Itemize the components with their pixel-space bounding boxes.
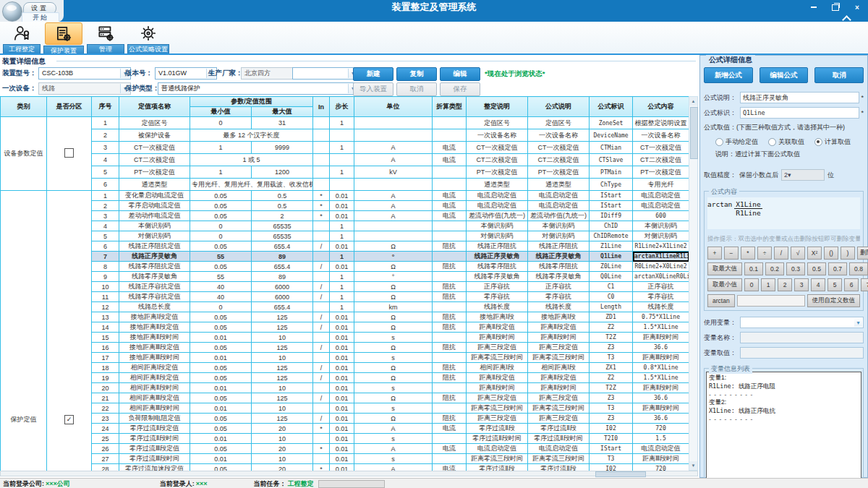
table-cell[interactable] (313, 179, 330, 191)
table-cell[interactable]: 5 (92, 231, 119, 241)
table-row[interactable]: 6线路正序阻抗定值0.05655.4/0.01Ω阻抗线路正序阻抗线路正序阻抗Z1… (1, 241, 689, 252)
table-cell[interactable]: 距离三段定值 (528, 414, 590, 424)
table-cell[interactable]: 零序过流Ⅲ段定值 (119, 444, 190, 454)
table-cell[interactable]: s (354, 383, 433, 393)
table-cell[interactable]: 0.01 (330, 403, 354, 414)
table-cell[interactable]: 14 (92, 322, 119, 333)
table-cell[interactable]: 阻抗 (433, 414, 467, 424)
table-cell[interactable]: 对侧识别码 (467, 231, 528, 241)
table-row[interactable]: 23负荷限制电阻定值0.05125/0.01Ω阻抗距离三段定值距离三段定值Z33… (1, 414, 689, 424)
table-cell[interactable]: 0 (190, 117, 252, 129)
table-cell[interactable]: 0.01 (330, 333, 354, 343)
table-cell[interactable]: Z1Line (590, 241, 633, 252)
table-cell[interactable]: 距离零流三段时间 (467, 454, 528, 464)
table-cell[interactable] (433, 454, 467, 464)
table-row[interactable]: 设备参数定值1定值区号0311定值区号定值区号ZoneSet根据整定说明设置 (1, 117, 689, 129)
table-cell[interactable]: 0.01 (330, 353, 354, 363)
table-cell[interactable]: 零序过流Ⅱ段 (467, 424, 528, 434)
table-cell[interactable] (433, 353, 467, 363)
table-cell[interactable]: 0.05 (190, 262, 252, 272)
table-cell[interactable]: 定值区号 (119, 117, 190, 129)
table-cell[interactable]: A (354, 424, 433, 434)
table-cell[interactable]: 1 (330, 221, 354, 231)
precision-combo[interactable]: 2▾ (781, 169, 825, 181)
table-cell[interactable] (313, 221, 330, 231)
table-cell[interactable]: 距离零流三段时间 (528, 403, 590, 414)
table-cell[interactable]: 电流启动定值 (633, 191, 689, 201)
table-cell[interactable]: 1 (330, 231, 354, 241)
table-cell[interactable]: 相间距离Ⅲ段时间 (119, 403, 190, 414)
table-cell[interactable]: 距离零流三段时间 (528, 454, 590, 464)
calc-button[interactable]: 0.1 (744, 262, 763, 275)
variable-name-input[interactable] (740, 332, 864, 343)
table-cell[interactable] (313, 434, 330, 444)
table-cell[interactable]: DeviceName (590, 129, 633, 142)
table-cell[interactable]: 0.01 (330, 322, 354, 333)
table-cell[interactable]: 线路长度 (528, 302, 590, 312)
table-cell[interactable]: PT一次额定值 (633, 166, 689, 179)
table-cell[interactable]: 相间距离Ⅰ段定值 (119, 363, 190, 373)
table-cell[interactable]: 差流动作值(九统一) (467, 211, 528, 221)
calc-button[interactable]: 4 (811, 278, 825, 291)
table-cell[interactable]: 0.01 (330, 373, 354, 383)
formula-desc-input[interactable]: 线路正序灵敏角 (740, 92, 859, 103)
table-cell[interactable]: 0.05 (190, 322, 252, 333)
calc-button[interactable]: 删除 (857, 247, 868, 260)
table-cell[interactable]: 阻抗 (433, 282, 467, 292)
table-cell[interactable]: 零序过流Ⅱ段时间 (467, 434, 528, 444)
scroll-up-icon[interactable]: ▲ (689, 97, 697, 106)
table-cell[interactable]: 电流 (433, 211, 467, 221)
table-row[interactable]: 17接地距离Ⅲ段时间0.01100.01s距离零流三段时间距离零流三段时间T3距… (1, 353, 689, 363)
table-cell[interactable]: Ω (354, 241, 433, 252)
table-cell[interactable]: 0.01 (330, 241, 354, 252)
table-cell[interactable]: 0.01 (190, 333, 252, 343)
table-cell[interactable]: 9 (92, 272, 119, 282)
table-cell[interactable]: 接地距离Ⅱ段时间 (119, 333, 190, 343)
table-cell[interactable]: 相间距离Ⅰ段 (467, 363, 528, 373)
table-cell[interactable]: 36.6 (633, 414, 689, 424)
table-cell[interactable]: 65535 (252, 221, 313, 231)
table-cell[interactable]: Ω (354, 363, 433, 373)
table-cell[interactable] (313, 454, 330, 464)
table-cell[interactable]: CT二次额定值 (633, 154, 689, 166)
table-cell[interactable]: Z2 (590, 373, 633, 383)
table-cell[interactable]: 阻抗 (433, 363, 467, 373)
table-cell[interactable]: 0.01 (330, 414, 354, 424)
table-cell[interactable]: 0.01 (330, 191, 354, 201)
table-cell[interactable]: 125 (252, 343, 313, 353)
table-cell[interactable]: 正序容抗 (467, 282, 528, 292)
table-cell[interactable]: 一次设备名称 (467, 129, 528, 142)
table-cell[interactable]: ChID (590, 221, 633, 231)
table-cell[interactable]: 31 (252, 117, 313, 129)
table-cell[interactable]: 55 (190, 272, 252, 282)
table-cell[interactable]: 9999 (252, 142, 313, 154)
table-cell[interactable]: 对侧识别码 (528, 231, 590, 241)
table-cell[interactable] (313, 353, 330, 363)
table-cell[interactable]: 电流启动定值 (528, 201, 590, 211)
table-cell[interactable]: 阻抗 (433, 312, 467, 322)
table-cell[interactable]: 电流启动定值 (528, 191, 590, 201)
table-cell[interactable]: Length (590, 302, 633, 312)
table-cell[interactable]: 16 (92, 343, 119, 353)
table-cell[interactable]: 36.6 (633, 343, 689, 353)
table-cell[interactable]: 27 (92, 454, 119, 464)
table-cell[interactable]: 阻抗 (433, 322, 467, 333)
table-cell[interactable]: 专用光纤 (633, 179, 689, 191)
table-cell[interactable]: C0 (590, 292, 633, 302)
table-cell[interactable]: 一次设备名称 (633, 129, 689, 142)
table-cell[interactable]: 线路正序阻抗 (528, 241, 590, 252)
table-cell[interactable]: Ω (354, 322, 433, 333)
table-cell[interactable]: Ω (354, 282, 433, 292)
table-cell[interactable]: 零序容抗 (633, 292, 689, 302)
custom-value-input[interactable] (737, 295, 805, 307)
table-row[interactable]: 5PT一次额定值112001kVPT一次额定值PT一次额定值PTMainPT一次… (1, 166, 689, 179)
table-row[interactable]: 2零序启动电流定值0.050.5*0.01A电流电流启动定值电流启动定值ISta… (1, 201, 689, 211)
table-cell[interactable]: T2I0 (590, 434, 633, 444)
table-cell[interactable]: 1200 (252, 166, 313, 179)
table-cell[interactable] (313, 333, 330, 343)
scroll-down-icon[interactable]: ▼ (689, 461, 697, 470)
table-cell[interactable] (354, 129, 433, 142)
table-row[interactable]: 4本侧识别码0655351本侧识别码本侧识别码ChID本侧识别码 (1, 221, 689, 231)
table-row[interactable]: 5对侧识别码0655351对侧识别码对侧识别码ChIDRemote对侧识别码 (1, 231, 689, 241)
table-cell[interactable]: 变化量启动电流定值 (119, 191, 190, 201)
